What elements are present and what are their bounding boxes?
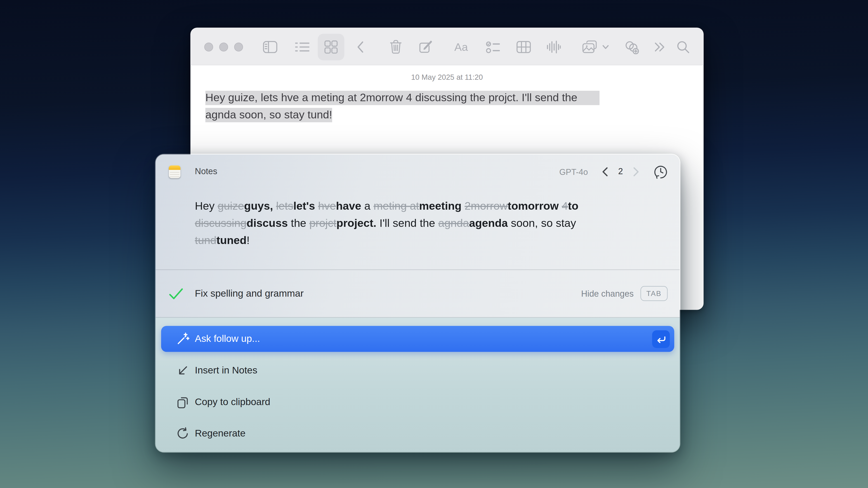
menu-item-label: Insert in Notes	[195, 365, 257, 376]
diff-line: tundtuned!	[195, 232, 579, 249]
trash-icon[interactable]	[388, 39, 404, 55]
menu-item-copy-to-clipboard[interactable]: Copy to clipboard	[161, 389, 674, 415]
menu-item-label: Copy to clipboard	[195, 396, 270, 408]
menu-item-ask-follow-up[interactable]: Ask follow up...	[161, 326, 674, 352]
assistant-result-section: Notes GPT-4o 2	[156, 154, 680, 318]
audio-transcript-icon[interactable]	[545, 39, 562, 55]
diff-added-text: agenda	[469, 217, 508, 229]
diff-removed-text: guize	[218, 200, 244, 212]
search-icon[interactable]	[675, 39, 691, 55]
return-key-icon	[652, 330, 670, 348]
tab-key-badge: TAB	[640, 286, 668, 301]
notes-toolbar: Aa	[190, 28, 704, 65]
table-icon[interactable]	[515, 39, 532, 55]
diff-unchanged-text	[273, 200, 276, 212]
action-status-row: Fix spelling and grammar Hide changes TA…	[156, 269, 680, 318]
diff-unchanged-text	[559, 200, 562, 212]
diff-removed-text: projct	[309, 217, 336, 229]
menu-item-insert-in-notes[interactable]: Insert in Notes	[161, 357, 674, 383]
regenerate-icon	[176, 427, 189, 440]
note-date: 10 May 2025 at 11:20	[190, 73, 704, 81]
diff-removed-text: 2morrow	[465, 200, 508, 212]
desktop: Aa	[0, 0, 868, 488]
diff-added-text: let's	[293, 200, 315, 212]
add-link-icon[interactable]	[623, 39, 640, 55]
format-icon[interactable]: Aa	[453, 39, 469, 55]
media-icon[interactable]	[582, 39, 598, 55]
diff-added-text: guys,	[244, 200, 273, 212]
window-minimize-button[interactable]	[219, 43, 228, 52]
diff-added-text: project.	[336, 217, 376, 229]
model-label: GPT-4o	[559, 167, 588, 176]
history-icon[interactable]	[652, 163, 669, 180]
previous-result-button[interactable]	[598, 164, 612, 180]
diff-added-text: meeting	[419, 200, 462, 212]
diff-unchanged-text: I'll send the	[376, 217, 438, 229]
diff-unchanged-text: the	[288, 217, 309, 229]
diff-removed-text: tund	[195, 234, 216, 246]
next-result-button[interactable]	[629, 164, 643, 180]
diff-unchanged-text: !	[247, 234, 250, 246]
diff-removed-text: hve	[318, 200, 336, 212]
diff-removed-text: meting at	[373, 200, 419, 212]
result-index: 2	[613, 166, 628, 176]
menu-item-label: Regenerate	[195, 428, 246, 439]
window-zoom-button[interactable]	[234, 43, 243, 52]
diff-unchanged-text: soon, so stay	[508, 217, 576, 229]
format-icon-label: Aa	[454, 41, 468, 53]
more-icon[interactable]	[651, 39, 668, 55]
assistant-app-name: Notes	[195, 166, 217, 176]
diff-unchanged-text: Hey	[195, 200, 218, 212]
diff-line: discussingdiscuss the projctproject. I'l…	[195, 215, 579, 232]
hide-changes-button[interactable]: Hide changes	[581, 289, 633, 298]
diff-added-text: to	[568, 200, 579, 212]
diff-added-text: tomorrow	[508, 200, 559, 212]
note-text[interactable]: Hey guize, lets hve a meting at 2morrow …	[206, 89, 600, 123]
window-close-button[interactable]	[204, 43, 213, 52]
diff-unchanged-text	[462, 200, 465, 212]
compose-icon[interactable]	[417, 39, 433, 55]
corrected-text-diff: Hey guizeguys, letslet's hvehave a metin…	[195, 197, 579, 249]
diff-removed-text: lets	[276, 200, 293, 212]
checklist-icon[interactable]	[485, 39, 501, 55]
notes-app-icon	[169, 165, 180, 178]
media-chevron-down-icon[interactable]	[602, 39, 610, 55]
diff-removed-text: 4	[562, 200, 568, 212]
sidebar-icon[interactable]	[262, 39, 278, 55]
note-selected-text-line1: Hey guize, lets hve a meting at 2morrow …	[206, 91, 600, 105]
menu-item-regenerate[interactable]: Regenerate	[161, 420, 674, 447]
diff-unchanged-text: a	[361, 200, 373, 212]
diff-unchanged-text	[315, 200, 318, 212]
diff-line: Hey guizeguys, letslet's hvehave a metin…	[195, 197, 579, 215]
back-icon[interactable]	[352, 39, 369, 55]
assistant-panel: Notes GPT-4o 2	[155, 154, 680, 453]
diff-added-text: tuned	[216, 234, 246, 246]
note-selected-text-line2: agnda soon, so stay tund!	[206, 107, 332, 122]
diff-added-text: have	[336, 200, 361, 212]
assistant-header: Notes GPT-4o 2	[169, 160, 669, 183]
list-view-icon[interactable]	[294, 39, 310, 55]
diff-removed-text: discussing	[195, 217, 247, 229]
menu-item-label: Ask follow up...	[195, 333, 260, 345]
copy-icon	[176, 395, 189, 409]
diff-removed-text: agnda	[438, 217, 469, 229]
action-label: Fix spelling and grammar	[195, 288, 304, 299]
gallery-view-icon[interactable]	[323, 39, 339, 55]
insert-arrow-icon	[176, 364, 189, 377]
diff-added-text: discuss	[247, 217, 288, 229]
assistant-menu: Ask follow up... Insert in Notes	[156, 318, 680, 452]
check-icon	[169, 287, 183, 300]
magic-wand-icon	[176, 332, 189, 346]
